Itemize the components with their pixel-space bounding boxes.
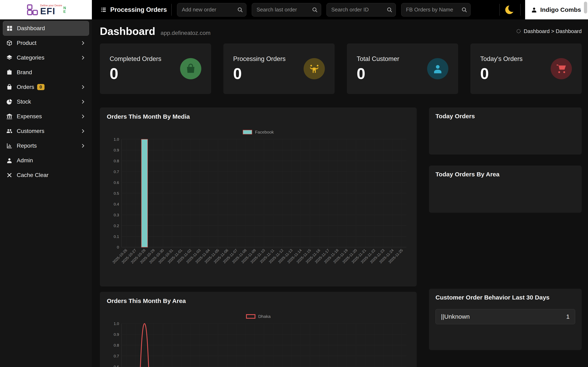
sidebar-item-label: Dashboard [17,25,45,32]
people-carry-icon [303,58,325,79]
theme-toggle-button[interactable] [504,4,516,16]
sidebar-item-label: Categories [17,54,44,61]
svg-text:0.9: 0.9 [114,148,119,152]
svg-text:0.5: 0.5 [114,191,119,196]
sidebar-item-label: Orders [17,84,34,90]
briefcase-icon [6,69,13,76]
chart-legend[interactable]: Facebook [107,129,410,135]
sidebar-item-label: Customers [17,128,44,134]
svg-text:1.0: 1.0 [114,137,119,142]
chevron-right-icon [80,143,86,149]
users-icon [6,128,13,134]
shopping-bag-icon [180,58,201,79]
search-input-fb-orders-by-name[interactable] [401,3,471,17]
chevron-right-icon [80,128,86,134]
search-box [327,3,396,17]
svg-text:0.7: 0.7 [114,354,119,358]
orders-by-media-card: Orders This Month By Media Facebook 00.1… [100,108,417,286]
search-input-search-order-id[interactable] [327,3,396,17]
sidebar-item-admin[interactable]: Admin [3,153,89,168]
sidebar-item-brand[interactable]: Brand [3,65,89,80]
search-icon [461,7,467,13]
sidebar-item-cache-clear[interactable]: Cache Clear [3,168,89,183]
panel-title: Today Orders [435,113,575,120]
stat-label: Total Customer [357,55,399,63]
chevron-right-icon [80,84,86,90]
topbar-title-label: Processing Orders [110,6,167,13]
legend-label: Facebook [255,130,274,134]
processing-orders-link[interactable]: Processing Orders [100,6,167,13]
stat-label: Processing Orders [233,55,286,63]
dashed-circle-icon [516,29,521,34]
box-icon [6,40,13,46]
bar-chart: 00.10.20.30.40.50.60.70.80.91.02025-10-2… [107,137,410,280]
sidebar-item-reports[interactable]: Reports [3,138,89,153]
search-input-add-new-order[interactable] [177,3,246,17]
divider [520,4,521,16]
sidebar-item-label: Product [17,40,36,46]
page-title: Dashboard [100,25,155,37]
behavior-row-value: 1 [566,313,570,320]
user-menu[interactable]: Indigo Combs [525,0,588,19]
sidebar-item-label: Brand [17,69,32,76]
right-column: Today Orders Today Orders By Area Custom… [429,108,582,367]
chart-title: Orders This Month By Media [107,113,410,120]
stat-label: Completed Orders [110,55,161,63]
divider [171,4,172,16]
sidebar-item-dashboard[interactable]: Dashboard [3,21,89,36]
sidebar-nav: Dashboard Product Categories Brand Order… [0,19,92,184]
svg-text:0.8: 0.8 [114,159,119,163]
grid-icon [6,25,13,32]
logo-letter-e: E [63,10,66,13]
chevron-right-icon [80,40,86,46]
person-icon [427,58,448,79]
user-icon [6,157,13,164]
search-input-search-last-order[interactable] [252,3,321,17]
layers-icon [6,54,13,61]
logo[interactable]: Define your Desire EFI N E [0,0,92,19]
topbar-tail [495,4,525,16]
legend-swatch [246,314,255,319]
sidebar-item-label: Reports [17,142,37,149]
search-box [252,3,321,17]
sidebar-item-categories[interactable]: Categories [3,50,89,65]
bags-icon [6,84,13,90]
logo-grid-icon [26,3,39,16]
search-icon [237,7,243,13]
left-column: Orders This Month By Media Facebook 00.1… [100,108,417,367]
sidebar-item-stock[interactable]: Stock [3,94,89,109]
sidebar-item-product[interactable]: Product [3,36,89,50]
sidebar-item-label: Admin [17,157,33,164]
search-box [401,3,471,17]
stat-label: Today's Orders [480,55,523,63]
svg-text:1.0: 1.0 [114,322,119,326]
sidebar-item-label: Stock [17,99,31,105]
svg-text:0.7: 0.7 [114,170,119,174]
person-icon [531,7,537,13]
svg-text:0.9: 0.9 [114,332,119,337]
stat-value: 0 [357,65,399,82]
panel-title: Today Orders By Area [435,171,575,178]
stat-cards-row: Completed Orders 0 Processing Orders 0 T… [100,43,582,94]
chart-legend[interactable]: Dhaka [107,313,410,319]
stat-card-total-customer: Total Customer 0 [347,43,458,94]
page-header: Dashboard app.defineatoz.com Dashboard >… [100,25,582,37]
sidebar-item-customers[interactable]: Customers [3,124,89,138]
svg-text:0.1: 0.1 [114,234,119,239]
panel-title: Customer Order Behavior Last 30 Days [435,294,575,301]
stat-card-today-s-orders: Today's Orders 0 [470,43,582,94]
content-grid: Orders This Month By Media Facebook 00.1… [100,108,582,367]
logo-letter-n: N [63,6,66,10]
sidebar-item-expenses[interactable]: Expenses [3,109,89,124]
logo-graphic: Define your Desire EFI N E [26,3,66,16]
list-icon [100,6,107,13]
breadcrumb[interactable]: Dashboard > Dashboard [516,28,582,34]
page-subtitle: app.defineatoz.com [161,30,210,36]
behavior-table-row: ||Unknown 1 [435,309,575,324]
sidebar-item-orders[interactable]: Orders 0 [3,80,89,94]
breadcrumb-text: Dashboard > Dashboard [524,28,582,34]
line-chart: 00.10.20.30.40.50.60.70.80.91.02025-10-2… [107,321,410,367]
legend-label: Dhaka [258,314,271,319]
svg-text:0.6: 0.6 [114,365,119,367]
scrollbar-thumb[interactable] [584,2,587,13]
